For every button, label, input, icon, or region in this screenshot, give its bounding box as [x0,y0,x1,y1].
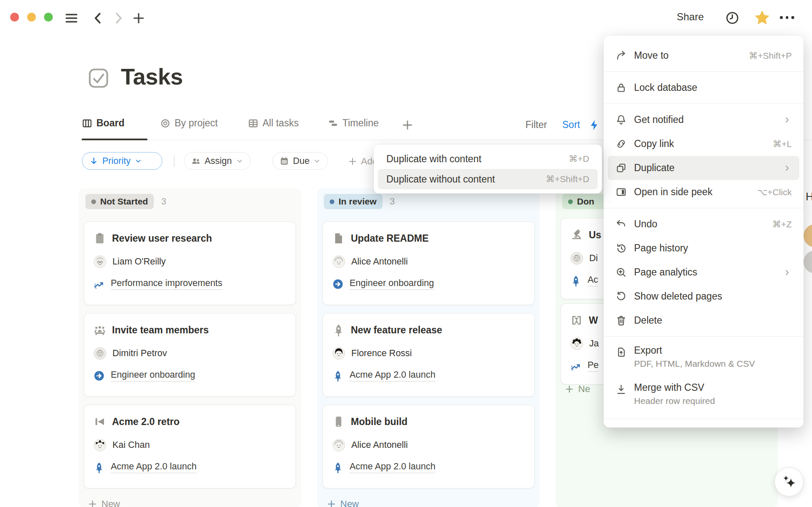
add-view-icon[interactable] [402,119,413,131]
new-card-button[interactable]: New [327,499,359,507]
priority-sort-chip[interactable]: Priority [82,152,162,170]
menu-item-copy-link[interactable]: Copy link ⌘+L [608,132,799,156]
menu-item-shortcut: ⌘+Shift+D [546,174,589,184]
new-card-button[interactable]: New [88,499,120,507]
task-card[interactable]: New feature release Florence Rossi Acme … [323,313,535,397]
menu-item-lock-database[interactable]: Lock database [608,76,799,100]
chip-label: Assign [205,156,232,166]
checkbox-icon[interactable] [88,68,109,89]
hamburger-icon[interactable] [64,11,79,25]
chip-label: Priority [102,156,131,166]
target-icon [160,118,171,129]
menu-item-page-analytics[interactable]: Page analytics [608,260,799,284]
menu-item-move-to[interactable]: Move to ⌘+Shift+P [608,44,799,68]
team-icon [93,324,106,336]
ellipsis-icon[interactable] [780,16,794,19]
ai-button[interactable] [774,467,804,496]
menu-item-export[interactable]: Export PDF, HTML, Markdown & CSV [608,341,799,378]
tab-by-project[interactable]: By project [160,117,218,129]
tab-board[interactable]: Board [82,117,124,129]
task-card[interactable]: Invite team members Dimitri Petrov Engin… [84,313,296,397]
menu-item-shortcut: ⌘+L [773,139,792,149]
task-card[interactable]: Acme 2.0 retro Kai Chan Acme App 2.0 lau… [84,405,296,488]
microscope-icon [570,229,583,241]
assign-filter-chip[interactable]: Assign [184,152,251,170]
menu-item-open-in-side-peek[interactable]: Open in side peek ⌥+Click [608,180,799,204]
chip-divider [174,155,175,167]
chevron-right-icon [782,115,792,125]
menu-item-label: Delete [634,315,792,326]
export-icon [615,346,627,358]
avatar [332,347,345,360]
project-link[interactable]: Ac [588,275,598,286]
traffic-light-close[interactable] [10,13,19,22]
task-card[interactable]: Mobile build Alice Antonelli Acme App 2.… [323,405,535,488]
menu-item-label: Undo [634,218,765,230]
app-window: Share Tasks Board By project All tasks T… [0,0,812,507]
assignee-name: Kai Chan [112,440,150,450]
avatar [93,255,107,268]
menu-item-label: Merge with CSV [634,382,715,393]
clock-icon[interactable] [725,11,739,25]
tab-all-tasks[interactable]: All tasks [248,117,299,129]
rewind-icon [93,415,106,428]
share-button[interactable]: Share [677,11,704,23]
menu-item-merge-with-csv[interactable]: Merge with CSV Header row required [608,378,799,415]
assignee-name: Ja [589,338,599,349]
back-icon[interactable] [91,11,105,25]
task-card[interactable]: Update README Alice Antonelli Engineer o… [323,221,535,305]
column-header-not-started[interactable]: Not Started 3 [85,194,166,209]
page-title: Tasks [121,63,183,90]
forward-icon[interactable] [112,11,125,25]
traffic-light-minimize[interactable] [27,13,36,22]
project-link[interactable]: Pe [588,360,599,372]
menu-item-delete[interactable]: Delete [608,308,799,333]
menu-item-duplicate[interactable]: Duplicate [608,156,799,180]
traffic-light-zoom[interactable] [44,13,53,22]
page-history-icon [615,243,627,254]
project-link[interactable]: Acme App 2.0 launch [350,461,435,473]
task-title: Us [589,229,601,241]
plus-icon [88,499,97,507]
project-link[interactable]: Acme App 2.0 launch [111,461,197,473]
task-title: New feature release [351,324,442,336]
star-icon[interactable] [754,9,771,26]
column-header-in-review[interactable]: In review 3 [324,194,395,209]
menu-item-shortcut: ⌘+Shift+P [749,51,792,61]
task-card[interactable]: Review user research Liam O'Reilly Perfo… [84,221,296,305]
menu-item-label: Lock database [634,82,792,93]
card-count: 3 [390,196,395,207]
menu-item-label: Page analytics [634,267,775,278]
new-card-button[interactable]: Ne [565,384,590,395]
menu-item-show-deleted-pages[interactable]: Show deleted pages [608,284,799,308]
chip-label: Due [293,156,309,166]
menu-item-duplicate-with-content[interactable]: Duplicate with content ⌘+D [378,149,598,169]
chevron-right-icon [782,268,792,277]
sort-button[interactable]: Sort [562,119,580,131]
tab-timeline[interactable]: Timeline [328,117,379,129]
tab-label: All tasks [262,117,299,129]
due-filter-chip[interactable]: Due [272,152,328,170]
rocket-icon [332,370,344,382]
automations-icon[interactable] [588,119,600,131]
project-link[interactable]: Acme App 2.0 launch [350,370,435,382]
undo-icon [615,218,627,230]
filter-button[interactable]: Filter [525,119,547,131]
chevron-down-icon [313,157,321,165]
menu-item-page-history[interactable]: Page history [608,236,799,260]
assignee-name: Dimitri Petrov [112,348,167,359]
new-label: New [340,499,359,507]
menu-item-get-notified[interactable]: Get notified [608,108,799,132]
new-page-icon[interactable] [132,11,145,25]
menu-item-label: Copy link [634,138,766,150]
timeline-icon [328,118,339,129]
duplicate-icon [615,162,627,174]
project-link[interactable]: Performance improvements [111,278,222,290]
menu-item-duplicate-without-content[interactable]: Duplicate without content ⌘+Shift+D [378,169,598,189]
project-link[interactable]: Engineer onboarding [350,278,434,290]
project-link[interactable]: Engineer onboarding [111,370,195,382]
menu-item-label: Open in side peek [634,186,750,198]
menu-item-undo[interactable]: Undo ⌘+Z [608,212,799,236]
avatar [570,337,583,350]
tab-label: By project [175,117,218,129]
